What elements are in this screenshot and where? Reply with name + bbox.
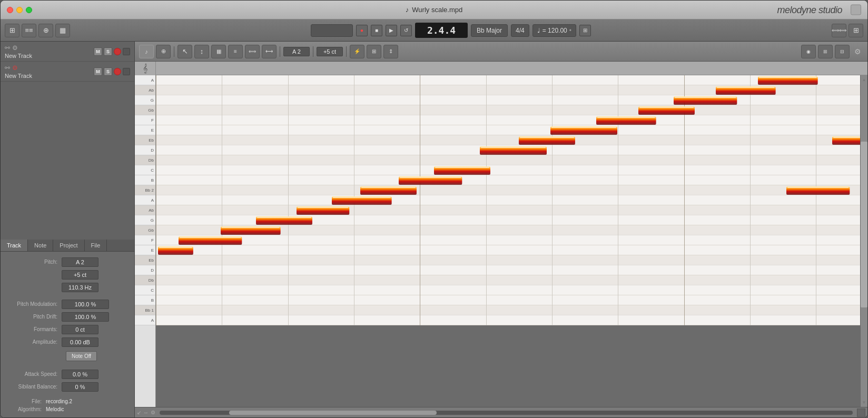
- note-blob[interactable]: [399, 176, 462, 185]
- note-blob[interactable]: [332, 196, 392, 205]
- settings-icon[interactable]: ⚙: [852, 46, 863, 57]
- piano-key-Ab3[interactable]: Ab: [135, 85, 155, 95]
- tab-project[interactable]: Project: [53, 240, 84, 251]
- piano-key-Bb11[interactable]: Bb 1: [135, 305, 155, 315]
- pitch-display[interactable]: A 2: [283, 47, 310, 56]
- cents-value[interactable]: +5 ct: [62, 270, 98, 280]
- time-sig-display[interactable]: 4/4: [511, 24, 529, 37]
- piano-key-E3[interactable]: E: [135, 125, 155, 135]
- note-blob[interactable]: [434, 166, 490, 175]
- note-blob[interactable]: [786, 186, 850, 195]
- piano-key-C2[interactable]: C: [135, 285, 155, 295]
- pitch-value[interactable]: A 2: [62, 257, 98, 267]
- close-button[interactable]: [7, 7, 13, 13]
- piano-key-G3[interactable]: G: [135, 95, 155, 105]
- vertical-scrollbar[interactable]: ▲ ▼: [860, 75, 867, 407]
- amplitude-value[interactable]: 0.00 dB: [62, 337, 98, 347]
- play-button[interactable]: ▶: [386, 25, 397, 36]
- zoom-tool-icon[interactable]: ⚙: [151, 410, 155, 415]
- quantize-tool[interactable]: ⚡: [350, 45, 364, 58]
- view-mode-2[interactable]: ⊞: [818, 45, 833, 58]
- note-blob[interactable]: [596, 116, 656, 125]
- sibilant-value[interactable]: 0 %: [62, 382, 98, 392]
- note-blob[interactable]: [758, 76, 818, 85]
- stop-button[interactable]: ■: [371, 25, 382, 36]
- snap-tool[interactable]: ⊞: [367, 45, 381, 58]
- formants-value[interactable]: 0 ct: [62, 325, 98, 334]
- resize-corner[interactable]: [857, 409, 865, 417]
- note-off-btn[interactable]: Note Off: [66, 351, 97, 361]
- note-blob[interactable]: [519, 136, 575, 145]
- piano-key-Bb22[interactable]: Bb 2: [135, 185, 155, 195]
- note-blob[interactable]: [550, 126, 617, 135]
- note-blob[interactable]: [638, 106, 695, 115]
- time-tool[interactable]: ⊕: [156, 45, 171, 58]
- tempo-display[interactable]: ♩ = 120.00 •: [532, 24, 576, 37]
- snap-btn[interactable]: ⊞: [579, 25, 591, 36]
- note-blob[interactable]: [480, 146, 547, 155]
- piano-key-A2[interactable]: A: [135, 195, 155, 205]
- zoom-out-icon[interactable]: ↙: [137, 410, 141, 415]
- piano-key-D3[interactable]: D: [135, 145, 155, 155]
- minimize-button[interactable]: [16, 7, 23, 13]
- loop-button[interactable]: ↺: [400, 25, 412, 36]
- piano-key-F2[interactable]: F: [135, 235, 155, 245]
- track-toggle-2[interactable]: [123, 68, 130, 75]
- position-display[interactable]: 2.4.4: [415, 23, 468, 38]
- level-tool[interactable]: ⇕: [383, 45, 398, 58]
- piano-key-D2[interactable]: D: [135, 265, 155, 275]
- note-blob[interactable]: [716, 86, 776, 95]
- piano-key-B1[interactable]: B: [135, 295, 155, 305]
- rec-btn-2[interactable]: [114, 68, 121, 75]
- piano-key-Eb2[interactable]: Eb: [135, 255, 155, 265]
- attack-value[interactable]: 0.0 %: [62, 370, 98, 379]
- piano-key-Gb3[interactable]: Gb: [135, 105, 155, 115]
- amplitude-tool[interactable]: ⟷: [262, 45, 277, 58]
- track-toggle-1[interactable]: [123, 48, 130, 55]
- horizontal-scrollbar[interactable]: [160, 411, 853, 415]
- waveform-btn[interactable]: ▦: [55, 24, 70, 37]
- piano-key-G2[interactable]: G: [135, 215, 155, 225]
- note-blob[interactable]: [221, 226, 281, 235]
- grid-area[interactable]: [156, 75, 860, 325]
- view-btn[interactable]: ⊞: [849, 24, 863, 37]
- key-display[interactable]: Bb Major: [471, 24, 508, 37]
- piano-key-C3[interactable]: C: [135, 165, 155, 175]
- piano-key-Db3[interactable]: Db: [135, 155, 155, 165]
- piano-key-Db2[interactable]: Db: [135, 275, 155, 285]
- view-mode-3[interactable]: ⊟: [835, 45, 850, 58]
- tab-track[interactable]: Track: [1, 240, 28, 251]
- scroll-up-icon[interactable]: ▲: [862, 77, 866, 82]
- loop-region[interactable]: [311, 24, 353, 37]
- tab-note[interactable]: Note: [28, 240, 53, 251]
- formant-tool[interactable]: ⟺: [245, 45, 260, 58]
- solo-btn-1[interactable]: S: [104, 47, 112, 56]
- grid-btn[interactable]: ⊞: [5, 24, 19, 37]
- note-blob[interactable]: [832, 136, 860, 145]
- zoom-btn[interactable]: ⟺⟺: [832, 24, 846, 37]
- pitch-drift-value[interactable]: 100.0 %: [62, 312, 109, 322]
- stretch-tool[interactable]: ≡: [228, 45, 243, 58]
- window-resize-btn[interactable]: [851, 5, 861, 15]
- note-blob[interactable]: [256, 216, 312, 225]
- scrollbar-thumb[interactable]: [861, 142, 867, 307]
- note-blob[interactable]: [179, 236, 242, 245]
- rec-btn-1[interactable]: [114, 48, 121, 55]
- note-blob[interactable]: [297, 206, 349, 215]
- view-mode-1[interactable]: ◉: [801, 45, 816, 58]
- record-button[interactable]: ●: [356, 25, 368, 36]
- horizontal-scrollbar-thumb[interactable]: [229, 411, 437, 415]
- zoom-cursor-icon[interactable]: ↔: [143, 410, 149, 415]
- note-blob[interactable]: [360, 186, 417, 195]
- connect-btn[interactable]: ⊕: [38, 24, 53, 37]
- mute-btn-2[interactable]: M: [94, 67, 102, 76]
- mute-btn-1[interactable]: M: [94, 47, 102, 56]
- tab-file[interactable]: File: [85, 240, 107, 251]
- grid-tool[interactable]: ▦: [211, 45, 226, 58]
- cents-display[interactable]: +5 ct: [317, 47, 343, 56]
- piano-key-Gb2[interactable]: Gb: [135, 225, 155, 235]
- select-tool[interactable]: ↖: [177, 45, 192, 58]
- scroll-down-icon[interactable]: ▼: [862, 400, 866, 405]
- hz-value[interactable]: 110.3 Hz: [62, 283, 98, 292]
- note-blob[interactable]: [674, 96, 737, 105]
